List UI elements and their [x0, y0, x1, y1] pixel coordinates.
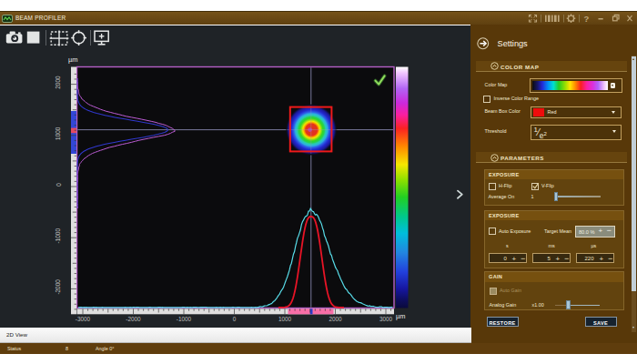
- svg-text:-1000: -1000: [177, 316, 192, 322]
- svg-text:-1000: -1000: [56, 228, 62, 244]
- svg-text:1000: 1000: [278, 316, 292, 322]
- svg-text:-2000: -2000: [126, 316, 141, 322]
- svg-text:µm: µm: [396, 312, 405, 320]
- svg-text:1000: 1000: [56, 126, 62, 140]
- svg-text:2000: 2000: [329, 316, 342, 322]
- svg-text:2000: 2000: [56, 76, 62, 89]
- svg-text:µm: µm: [68, 56, 77, 64]
- svg-text:0: 0: [233, 316, 237, 322]
- svg-text:-3000: -3000: [76, 316, 91, 322]
- svg-text:-2000: -2000: [56, 279, 62, 295]
- svg-text:0: 0: [56, 183, 62, 187]
- svg-text:3000: 3000: [379, 316, 393, 322]
- svg-text:?: ?: [584, 14, 590, 24]
